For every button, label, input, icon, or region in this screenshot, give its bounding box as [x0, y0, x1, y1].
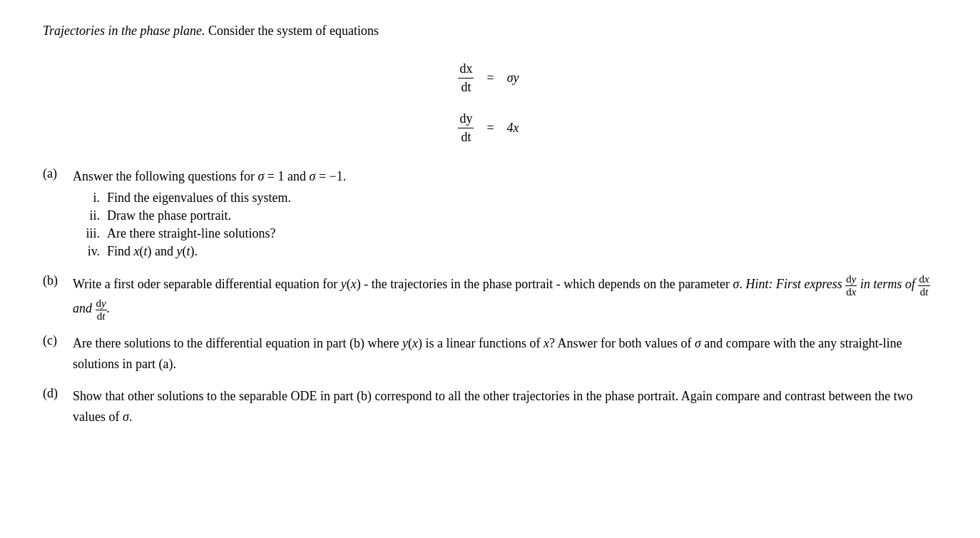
part-b: (b) Write a first oder separable differe…: [43, 273, 934, 322]
eq-rhs-2: 4x: [507, 121, 519, 136]
sub-content-i: Find the eigenvalues of this system.: [107, 191, 934, 205]
sub-item-i: i. Find the eigenvalues of this system.: [73, 191, 934, 205]
part-c-label: (c): [43, 333, 73, 348]
part-c-text: Are there solutions to the differential …: [73, 333, 934, 375]
equation-2: dy dt = 4x: [458, 111, 519, 146]
inline-frac-dy-dx: dy dx: [845, 273, 857, 298]
part-d-label: (d): [43, 386, 73, 401]
sub-label-i: i.: [73, 191, 100, 205]
part-c-content: Are there solutions to the differential …: [73, 333, 934, 375]
sub-content-iii: Are there straight-line solutions?: [107, 226, 934, 241]
part-a-label: (a): [43, 166, 73, 181]
page-content: Trajectories in the phase plane. Conside…: [43, 21, 934, 427]
part-a-content: Answer the following questions for σ = 1…: [73, 166, 934, 263]
equations-block: dx dt = σy dy dt = 4x: [43, 61, 934, 146]
inline-frac-dx-dt: dx dt: [918, 273, 929, 298]
sub-content-ii: Draw the phase portrait.: [107, 208, 934, 223]
part-d-text: Show that other solutions to the separab…: [73, 386, 934, 427]
sub-content-iv: Find x(t) and y(t).: [107, 244, 934, 259]
part-b-text: Write a first oder separable differentia…: [73, 273, 934, 322]
sub-item-iv: iv. Find x(t) and y(t).: [73, 244, 934, 259]
sub-list-a: i. Find the eigenvalues of this system. …: [73, 191, 934, 259]
eq-sign-2: =: [486, 121, 494, 136]
frac-dy-dt: dy dt: [458, 111, 474, 146]
part-a-text: Answer the following questions for σ = 1…: [73, 166, 934, 187]
part-c: (c) Are there solutions to the different…: [43, 333, 934, 375]
sub-label-iii: iii.: [73, 226, 100, 241]
sub-label-ii: ii.: [73, 208, 100, 223]
title-rest: Consider the system of equations: [205, 24, 378, 38]
part-b-content: Write a first oder separable differentia…: [73, 273, 934, 322]
sub-item-ii: ii. Draw the phase portrait.: [73, 208, 934, 223]
part-b-label: (b): [43, 273, 73, 288]
eq-rhs-1: σy: [507, 71, 519, 86]
sub-item-iii: iii. Are there straight-line solutions?: [73, 226, 934, 241]
part-a: (a) Answer the following questions for σ…: [43, 166, 934, 263]
parts-list: (a) Answer the following questions for σ…: [43, 166, 934, 427]
inline-frac-dy-dt: dy dt: [96, 298, 107, 322]
frac-dx-dt: dx dt: [458, 61, 474, 96]
title-italic: Trajectories in the phase plane.: [43, 24, 205, 38]
part-d-content: Show that other solutions to the separab…: [73, 386, 934, 427]
title-line: Trajectories in the phase plane. Conside…: [43, 21, 934, 41]
part-d: (d) Show that other solutions to the sep…: [43, 386, 934, 427]
eq-sign-1: =: [486, 71, 494, 86]
sub-label-iv: iv.: [73, 244, 100, 259]
equation-1: dx dt = σy: [458, 61, 519, 96]
